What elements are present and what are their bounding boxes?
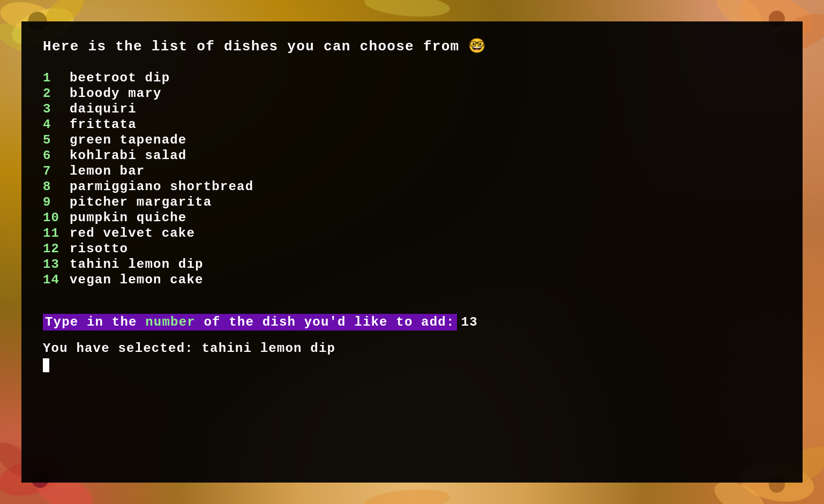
dish-item: 2bloody mary xyxy=(43,86,781,101)
dish-name: kohlrabi salad xyxy=(70,148,186,163)
svg-point-18 xyxy=(364,486,451,504)
dish-name: daiquiri xyxy=(70,102,137,116)
dish-item: 5green tapenade xyxy=(43,133,781,147)
dish-number: 14 xyxy=(43,273,70,287)
dish-number: 3 xyxy=(43,102,70,116)
dish-number: 11 xyxy=(43,226,70,240)
dish-number: 6 xyxy=(43,148,70,163)
dish-number: 5 xyxy=(43,133,70,147)
prompt-suffix: of the dish you'd like to add: xyxy=(196,315,455,329)
prompt-input-value: 13 xyxy=(461,315,478,329)
dish-number: 10 xyxy=(43,210,70,225)
dish-name: bloody mary xyxy=(70,86,162,101)
dish-number: 8 xyxy=(43,179,70,194)
prompt-number-word: number xyxy=(145,315,196,329)
dish-name: parmiggiano shortbread xyxy=(70,179,253,194)
dish-item: 6kohlrabi salad xyxy=(43,148,781,163)
dish-name: vegan lemon cake xyxy=(70,273,204,287)
result-line: You have selected: tahini lemon dip xyxy=(43,341,781,356)
dish-item: 13tahini lemon dip xyxy=(43,257,781,272)
dish-list: 1beetroot dip2bloody mary3daiquiri4fritt… xyxy=(43,71,781,287)
dish-number: 1 xyxy=(43,71,70,85)
dish-name: risotto xyxy=(70,242,128,256)
dish-item: 10pumpkin quiche xyxy=(43,210,781,225)
text-cursor xyxy=(43,358,49,372)
dish-item: 14vegan lemon cake xyxy=(43,273,781,287)
dish-item: 4frittata xyxy=(43,117,781,132)
dish-number: 4 xyxy=(43,117,70,132)
dish-number: 13 xyxy=(43,257,70,272)
dish-number: 2 xyxy=(43,86,70,101)
dish-name: pitcher margarita xyxy=(70,195,212,209)
dish-item: 12risotto xyxy=(43,242,781,256)
dish-number: 9 xyxy=(43,195,70,209)
dish-name: pumpkin quiche xyxy=(70,210,186,225)
dish-item: 3daiquiri xyxy=(43,102,781,116)
dish-name: green tapenade xyxy=(70,133,186,147)
dish-name: tahini lemon dip xyxy=(70,257,204,272)
dish-name: lemon bar xyxy=(70,164,145,178)
dish-number: 12 xyxy=(43,242,70,256)
dish-item: 7lemon bar xyxy=(43,164,781,178)
dish-item: 1beetroot dip xyxy=(43,71,781,85)
header-label: Here is the list of dishes you can choos… xyxy=(43,39,486,55)
dish-number: 7 xyxy=(43,164,70,178)
dish-item: 9pitcher margarita xyxy=(43,195,781,209)
svg-point-17 xyxy=(364,0,451,20)
dish-name: red velvet cake xyxy=(70,226,195,240)
cursor-line xyxy=(43,358,781,372)
dish-name: frittata xyxy=(70,117,137,132)
dish-name: beetroot dip xyxy=(70,71,170,85)
dish-item: 8parmiggiano shortbread xyxy=(43,179,781,194)
terminal-window: Here is the list of dishes you can choos… xyxy=(21,21,803,483)
result-selection: tahini lemon dip xyxy=(201,341,335,356)
prompt-highlight-block: Type in the number of the dish you'd lik… xyxy=(43,314,457,330)
prompt-prefix: Type in the xyxy=(45,315,145,329)
prompt-line: Type in the number of the dish you'd lik… xyxy=(43,314,781,330)
header-text: Here is the list of dishes you can choos… xyxy=(43,37,781,55)
result-prefix: You have selected: xyxy=(43,341,201,356)
dish-item: 11red velvet cake xyxy=(43,226,781,240)
